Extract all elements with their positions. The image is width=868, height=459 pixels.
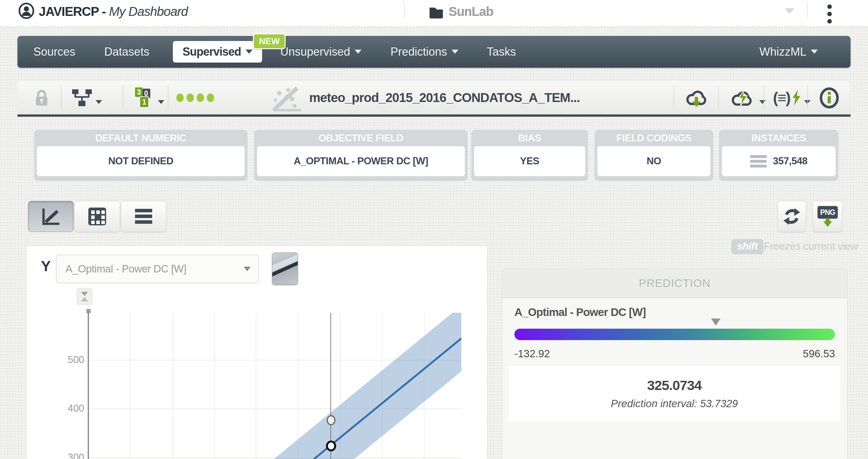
- y-field-value: A_Optimal - Power DC [W]: [65, 263, 186, 275]
- range-min: -132.92: [515, 348, 550, 360]
- card-value: YES: [520, 155, 539, 167]
- prediction-marker-icon[interactable]: [711, 318, 720, 326]
- caret-down-icon: [246, 50, 253, 54]
- list-icon: [134, 208, 153, 225]
- range-max: 596.53: [803, 348, 835, 360]
- title-separator: -: [98, 4, 109, 19]
- prediction-marker[interactable]: [326, 440, 336, 451]
- project-name[interactable]: SunLab: [448, 4, 493, 19]
- refresh-button[interactable]: [777, 201, 806, 232]
- collapse-icon: [81, 292, 88, 296]
- caret-down-icon: [354, 50, 362, 54]
- card-value: NOT DEFINED: [108, 155, 174, 167]
- card-value: NO: [647, 155, 661, 167]
- shift-key-badge: shift: [732, 239, 764, 254]
- download-model-icon[interactable]: [685, 81, 708, 115]
- user-icon: [19, 3, 34, 19]
- caret-down-icon: [244, 267, 251, 271]
- card-instances: INSTANCES 357,548: [719, 130, 838, 180]
- card-objective-field: OBJECTIVE FIELD A_OPTIMAL - POWER DC [W]: [254, 130, 467, 180]
- card-label: OBJECTIVE FIELD: [254, 130, 467, 146]
- username: JAVIERCP: [39, 4, 98, 19]
- crosshair-line: [331, 313, 331, 459]
- resource-toolbar: 0 3 1 meteo_prod_2015_2016_CONDATOS_A_TE…: [18, 81, 850, 117]
- grid-icon: [88, 207, 106, 226]
- view-toggle-table[interactable]: [74, 201, 120, 232]
- card-field-codings: FIELD CODINGS NO: [595, 130, 713, 180]
- linear-regression-icon: [272, 84, 301, 112]
- prediction-field-name: A_Optimal - Power DC [W]: [515, 306, 646, 318]
- header-separator: [0, 26, 868, 27]
- y-tick-300: 300: [49, 452, 84, 459]
- status-dots-icon: [176, 93, 214, 102]
- view-toggle-list[interactable]: [121, 201, 166, 232]
- header-divider-right: [807, 2, 808, 17]
- confidence-band: [89, 313, 461, 459]
- png-icon: PNG: [817, 206, 838, 227]
- info-icon[interactable]: [819, 81, 839, 115]
- caret-down-icon: [96, 100, 102, 104]
- folder-icon: [429, 6, 443, 19]
- y-tick-500: 500: [49, 354, 84, 366]
- nav-whizzml[interactable]: WhizzML: [760, 36, 818, 68]
- batch-prediction-icon[interactable]: [730, 81, 766, 115]
- resource-title[interactable]: meteo_prod_2015_2016_CONDATOS_A_TEM...: [309, 91, 580, 105]
- caret-down-icon: [452, 50, 459, 54]
- caret-down-icon: [811, 50, 818, 54]
- prediction-gradient-bar[interactable]: [515, 329, 835, 340]
- shift-hint-text: Freezes current view: [764, 240, 858, 252]
- card-bias: BIAS YES: [471, 130, 588, 180]
- card-default-numeric: DEFAULT NUMERIC NOT DEFINED: [34, 130, 247, 180]
- avatar[interactable]: [19, 3, 34, 19]
- card-label: INSTANCES: [719, 130, 838, 146]
- page-title: JAVIERCP - My Dashboard: [39, 4, 188, 19]
- nav-unsupervised[interactable]: Unsupervised: [280, 36, 362, 68]
- card-label: DEFAULT NUMERIC: [34, 130, 247, 146]
- nav-datasets[interactable]: Datasets: [104, 36, 149, 68]
- caret-down-icon: [158, 100, 164, 104]
- nav-predictions[interactable]: Predictions: [391, 36, 459, 68]
- evaluate-icon[interactable]: (≡): [773, 81, 810, 115]
- scatter-plot-area[interactable]: [89, 313, 461, 459]
- chart-panel: Y A_Optimal - Power DC [W] 500 400 300: [27, 246, 487, 459]
- prediction-panel: PREDICTION A_Optimal - Power DC [W] -132…: [502, 269, 847, 459]
- caret-down-icon: [760, 100, 766, 104]
- prediction-value: 325.0734: [647, 378, 702, 393]
- workspace-name: My Dashboard: [109, 4, 188, 19]
- card-value: 357,548: [773, 155, 808, 167]
- interval-marker[interactable]: [327, 415, 336, 425]
- line-chart-icon: [41, 207, 61, 226]
- main-nav: Sources Datasets Supervised NEW Unsuperv…: [18, 36, 850, 68]
- y-tick-400: 400: [49, 403, 84, 414]
- lock-icon[interactable]: [33, 81, 51, 115]
- prediction-result-box: 325.0734 Prediction interval: 53.7329: [509, 366, 840, 422]
- card-label: BIAS: [471, 130, 588, 146]
- prediction-panel-title: PREDICTION: [502, 269, 847, 298]
- card-label: FIELD CODINGS: [595, 130, 713, 146]
- slope-view-button[interactable]: [272, 252, 298, 285]
- card-value: A_OPTIMAL - POWER DC [W]: [293, 155, 428, 167]
- refresh-icon: [783, 208, 801, 225]
- y-field-select[interactable]: A_Optimal - Power DC [W]: [56, 255, 259, 283]
- model-tree-icon[interactable]: [71, 81, 102, 115]
- collapse-fields-button[interactable]: [76, 288, 92, 305]
- project-caret-icon[interactable]: [785, 8, 794, 14]
- kebab-menu-icon[interactable]: [827, 4, 832, 24]
- export-png-button[interactable]: PNG: [813, 201, 843, 232]
- nav-tasks[interactable]: Tasks: [487, 36, 516, 68]
- prediction-interval: Prediction interval: 53.7329: [611, 398, 738, 410]
- rows-icon: [750, 155, 767, 167]
- header-divider: [404, 3, 405, 18]
- y-axis-label: Y: [41, 257, 51, 275]
- field-codings-icon[interactable]: 0 3 1: [134, 81, 164, 115]
- nav-sources[interactable]: Sources: [33, 36, 75, 68]
- nav-supervised[interactable]: Supervised: [173, 41, 262, 63]
- view-toggle-chart[interactable]: [28, 201, 74, 232]
